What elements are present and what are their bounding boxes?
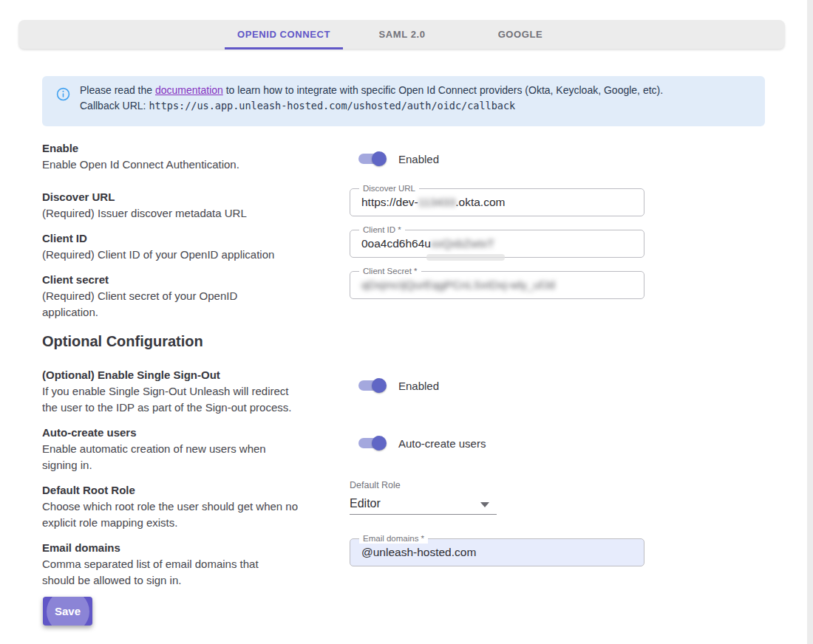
client-id-description: (Required) Client ID of your OpenID appl… bbox=[42, 247, 353, 263]
toggle-thumb bbox=[372, 378, 387, 393]
enable-toggle-label: Enabled bbox=[398, 153, 439, 165]
auto-create-description: Enable automatic creation of new users w… bbox=[42, 441, 353, 473]
info-icon bbox=[56, 87, 70, 101]
active-tab-indicator bbox=[225, 47, 343, 49]
default-role-label-group: Default Root Role Choose which root role… bbox=[42, 482, 353, 531]
email-domains-value: @unleash-hosted.com bbox=[361, 539, 476, 566]
select-underline bbox=[350, 514, 497, 515]
discover-url-value-prefix: https://dev- bbox=[361, 196, 418, 208]
single-sign-out-toggle[interactable] bbox=[357, 377, 387, 394]
client-secret-field[interactable]: Client Secret * qDxjmcIjQurEqgPCnLSxIDxj… bbox=[350, 271, 644, 299]
info-banner: Please read the documentation to learn h… bbox=[42, 76, 765, 126]
single-sign-out-label-group: (Optional) Enable Single Sign-Out If you… bbox=[42, 367, 353, 416]
client-secret-label-group: Client secret (Required) Client secret o… bbox=[42, 272, 353, 321]
default-role-select[interactable]: Editor bbox=[350, 495, 497, 515]
auto-create-toggle[interactable] bbox=[357, 435, 387, 451]
client-id-value-prefix: 0oa4cd6h64u bbox=[361, 237, 431, 250]
discover-url-title: Discover URL bbox=[42, 189, 353, 205]
callback-url-label: Callback URL: bbox=[80, 100, 149, 112]
discover-url-label-group: Discover URL (Required) Issuer discover … bbox=[42, 189, 353, 222]
email-domains-title: Email domains bbox=[42, 540, 353, 556]
client-secret-title: Client secret bbox=[42, 272, 353, 288]
single-sign-out-description: If you enable Single Sign-Out Unleash wi… bbox=[42, 383, 353, 416]
client-id-label-group: Client ID (Required) Client ID of your O… bbox=[42, 230, 353, 263]
email-domains-label-group: Email domains Comma separated list of em… bbox=[42, 540, 353, 589]
auto-create-title: Auto-create users bbox=[42, 425, 353, 441]
default-role-selected-value: Editor bbox=[350, 495, 497, 513]
enable-label-group: Enable Enable Open Id Connect Authentica… bbox=[42, 140, 353, 173]
auto-create-toggle-label: Auto-create users bbox=[398, 437, 486, 450]
discover-url-description: (Required) Issuer discover metadata URL bbox=[42, 205, 353, 222]
vertical-scrollbar[interactable] bbox=[807, 0, 813, 644]
sso-settings-page: OPENID CONNECT SAML 2.0 GOOGLE Please re… bbox=[0, 0, 813, 644]
enable-toggle-row: Enabled bbox=[357, 151, 439, 167]
optional-configuration-heading: Optional Configuration bbox=[42, 333, 203, 350]
client-id-title: Client ID bbox=[42, 230, 353, 247]
chevron-down-icon bbox=[480, 502, 489, 507]
toggle-thumb bbox=[372, 151, 387, 166]
discover-url-field[interactable]: Discover URL https://dev-113433.okta.com bbox=[350, 188, 644, 216]
discover-url-value-suffix: .okta.com bbox=[455, 196, 505, 208]
callback-url-value: https://us.app.unleash-hosted.com/ushost… bbox=[149, 100, 515, 112]
email-domains-field[interactable]: Email domains * @unleash-hosted.com bbox=[350, 538, 644, 566]
default-role-title: Default Root Role bbox=[42, 482, 353, 499]
banner-text: Please read the documentation to learn h… bbox=[80, 83, 663, 114]
discover-url-value-redacted: 113433 bbox=[418, 196, 456, 208]
enable-description: Enable Open Id Connect Authentication. bbox=[42, 157, 353, 173]
auto-create-label-group: Auto-create users Enable automatic creat… bbox=[42, 425, 353, 473]
auth-provider-tabbar: OPENID CONNECT SAML 2.0 GOOGLE bbox=[18, 20, 785, 49]
save-button-label: Save bbox=[55, 605, 81, 617]
save-button[interactable]: Save bbox=[43, 597, 92, 626]
single-sign-out-toggle-label: Enabled bbox=[398, 380, 439, 392]
default-role-description: Choose which root role the user should g… bbox=[42, 499, 353, 531]
tab-saml-2-0[interactable]: SAML 2.0 bbox=[343, 20, 461, 49]
client-secret-value-redacted: qDxjmcIjQurEqgPCnLSxIDxj-wly_ufJd bbox=[361, 278, 555, 291]
documentation-link[interactable]: documentation bbox=[155, 84, 223, 96]
client-id-field[interactable]: Client ID * 0oa4cd6h64uxxQxbZwtxT bbox=[350, 230, 644, 258]
auto-create-toggle-row: Auto-create users bbox=[357, 435, 486, 451]
client-id-value-redacted: xxQxbZwtxT bbox=[431, 237, 494, 250]
toggle-thumb bbox=[372, 436, 387, 451]
enable-title: Enable bbox=[42, 140, 353, 157]
single-sign-out-title: (Optional) Enable Single Sign-Out bbox=[42, 367, 353, 383]
banner-text-after-link: to learn how to integrate with specific … bbox=[223, 84, 663, 96]
default-role-select-label: Default Role bbox=[350, 480, 401, 490]
client-secret-description: (Required) Client secret of your OpenID … bbox=[42, 288, 353, 321]
banner-text-before-link: Please read the bbox=[80, 84, 155, 96]
tab-google[interactable]: GOOGLE bbox=[461, 20, 579, 49]
redaction-smudge bbox=[426, 254, 505, 261]
email-domains-description: Comma separated list of email domains th… bbox=[42, 556, 353, 589]
tab-openid-connect[interactable]: OPENID CONNECT bbox=[225, 20, 343, 49]
single-sign-out-toggle-row: Enabled bbox=[357, 377, 439, 394]
enable-toggle[interactable] bbox=[357, 151, 387, 167]
